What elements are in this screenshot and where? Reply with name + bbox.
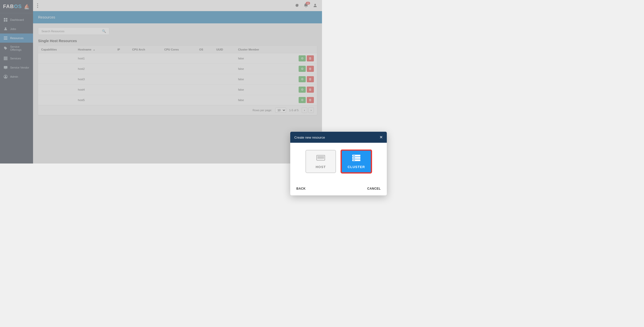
modal-title: Create new resource bbox=[294, 135, 322, 139]
host-icon bbox=[316, 154, 322, 163]
svg-rect-23 bbox=[317, 156, 322, 159]
resource-options: HOST CLUSTER bbox=[295, 150, 322, 164]
modal-overlay bbox=[0, 0, 322, 164]
host-option[interactable]: HOST bbox=[305, 150, 322, 164]
create-resource-modal: Create new resource ✕ HOST bbox=[290, 132, 322, 164]
svg-rect-24 bbox=[319, 160, 322, 160]
modal-header: Create new resource ✕ bbox=[290, 132, 322, 143]
modal-body: HOST CLUSTER bbox=[290, 143, 322, 164]
